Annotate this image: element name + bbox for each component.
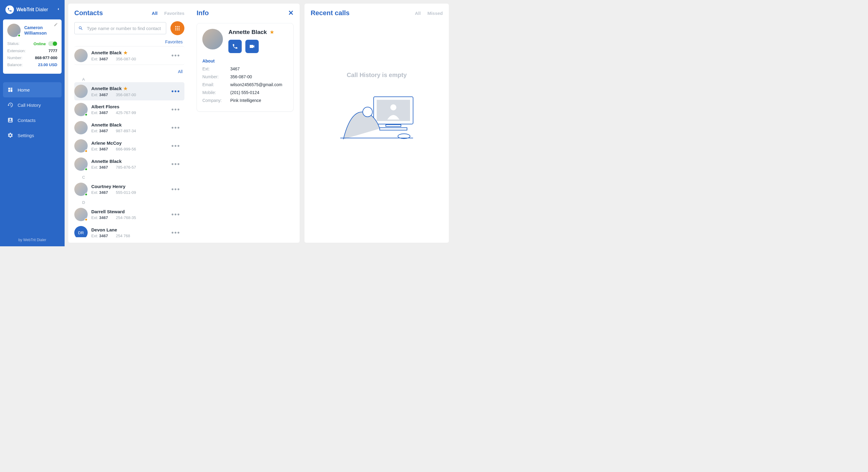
status-toggle[interactable] xyxy=(48,41,57,46)
status-label: Status: xyxy=(7,41,20,46)
nav-home-label: Home xyxy=(18,87,30,93)
status-value: Online xyxy=(34,41,46,46)
contact-item[interactable]: Darrell Steward Ext: 3467254-768-35 ••• xyxy=(74,206,184,224)
contact-avatar xyxy=(74,157,88,171)
nav-settings[interactable]: Settings xyxy=(3,128,62,143)
contact-avatar xyxy=(74,183,88,196)
tab-recent-missed[interactable]: Missed xyxy=(427,11,443,16)
svg-point-1 xyxy=(177,26,178,27)
svg-rect-13 xyxy=(380,128,407,130)
contact-avatar xyxy=(74,208,88,221)
info-company: Pink Intelligence xyxy=(230,98,261,103)
extension-label: Extension: xyxy=(7,49,26,53)
more-icon[interactable]: ••• xyxy=(169,211,183,218)
contact-item-favorite[interactable]: Annette Black★ Ext: 3467356-087-00 ••• xyxy=(74,46,184,65)
contacts-icon xyxy=(7,117,13,123)
letter-d: D xyxy=(74,198,184,206)
contact-item[interactable]: Courtney Henry Ext: 3467555-011-09 ••• xyxy=(74,180,184,198)
empty-state-illustration xyxy=(337,91,416,144)
gear-icon xyxy=(7,132,13,138)
balance-value: 23.00 USD xyxy=(38,62,57,67)
tab-contacts-favorites[interactable]: Favorites xyxy=(164,11,184,16)
tab-contacts-all[interactable]: All xyxy=(152,11,157,16)
nav-contacts-label: Contacts xyxy=(18,118,35,123)
search-icon xyxy=(78,26,83,31)
extension-value: 7777 xyxy=(49,49,57,53)
phone-icon xyxy=(232,43,238,50)
profile-name: CameronWilliamson xyxy=(24,25,47,36)
edit-profile-icon[interactable] xyxy=(54,23,58,28)
sidebar-collapse-icon[interactable] xyxy=(56,7,60,12)
svg-point-4 xyxy=(177,28,178,29)
all-section-label: All xyxy=(74,69,184,74)
info-contact-name: Annette Black ★ xyxy=(228,29,288,35)
number-value: 868-977-000 xyxy=(35,56,57,60)
balance-label: Balance: xyxy=(7,62,23,67)
info-mobile: (201) 555-0124 xyxy=(230,90,259,95)
svg-point-2 xyxy=(179,26,180,27)
video-icon xyxy=(249,43,255,50)
empty-state-text: Call History is empty xyxy=(347,71,407,78)
more-icon[interactable]: ••• xyxy=(169,124,183,132)
svg-point-0 xyxy=(175,26,177,27)
search-input[interactable] xyxy=(87,26,162,31)
more-icon[interactable]: ••• xyxy=(169,185,183,193)
history-icon xyxy=(7,102,13,108)
star-icon[interactable]: ★ xyxy=(270,29,274,35)
profile-card: CameronWilliamson Status: Online Extensi… xyxy=(3,20,62,74)
svg-point-8 xyxy=(179,29,180,31)
more-icon[interactable]: ••• xyxy=(169,229,183,237)
more-icon[interactable]: ••• xyxy=(169,52,183,59)
svg-point-7 xyxy=(177,29,178,31)
svg-point-14 xyxy=(363,107,372,117)
nav-settings-label: Settings xyxy=(18,133,34,138)
info-number: 356-087-00 xyxy=(230,74,252,79)
contact-avatar xyxy=(74,103,88,116)
footer-credit: by WebTrit Dialer xyxy=(0,238,65,246)
close-icon[interactable]: ✕ xyxy=(288,10,293,17)
more-icon[interactable]: ••• xyxy=(169,87,183,95)
dialpad-button[interactable] xyxy=(170,21,184,35)
video-call-button[interactable] xyxy=(245,40,259,53)
profile-avatar xyxy=(7,24,21,37)
app-logo-icon xyxy=(5,5,14,14)
info-email: wilson2456575@gmail.com xyxy=(230,82,282,87)
contact-avatar xyxy=(74,139,88,153)
svg-rect-12 xyxy=(386,125,401,126)
info-avatar xyxy=(202,29,223,50)
more-icon[interactable]: ••• xyxy=(169,160,183,168)
info-title: Info xyxy=(196,9,209,17)
svg-point-3 xyxy=(175,28,177,29)
search-box[interactable] xyxy=(74,22,166,34)
contact-item[interactable]: DR Devon Lane Ext: 3467254 768 ••• xyxy=(74,224,184,237)
letter-a: A xyxy=(74,75,184,82)
recent-title: Recent calls xyxy=(311,9,349,17)
more-icon[interactable]: ••• xyxy=(169,142,183,150)
info-card: Annette Black ★ About xyxy=(196,23,293,112)
star-icon: ★ xyxy=(123,86,127,91)
contact-item[interactable]: Annette Black Ext: 3467987-897-34 ••• xyxy=(74,119,184,137)
app-title: WebTrit Dialer xyxy=(17,7,48,12)
svg-point-11 xyxy=(390,104,396,111)
svg-point-5 xyxy=(179,28,180,29)
letter-c: C xyxy=(74,173,184,180)
contact-item[interactable]: Annette Black Ext: 3467785-876-57 ••• xyxy=(74,155,184,173)
number-label: Number: xyxy=(7,56,23,60)
nav-home[interactable]: Home xyxy=(3,82,62,97)
more-icon[interactable]: ••• xyxy=(169,105,183,114)
contact-avatar xyxy=(74,85,88,98)
favorites-section-label: Favorites xyxy=(74,39,184,44)
contact-item[interactable]: Arlene McCoy Ext: 3467666-999-56 ••• xyxy=(74,137,184,155)
contacts-title: Contacts xyxy=(74,9,103,17)
home-icon xyxy=(7,87,13,93)
nav-call-history[interactable]: Call History xyxy=(3,97,62,113)
tab-recent-all[interactable]: All xyxy=(415,11,421,16)
contact-item[interactable]: Albert Flores Ext: 3467425-767-99 ••• xyxy=(74,100,184,119)
about-label: About xyxy=(202,59,288,63)
nav-contacts[interactable]: Contacts xyxy=(3,113,62,128)
contact-avatar xyxy=(74,121,88,134)
contact-avatar: DR xyxy=(74,226,88,237)
contact-avatar xyxy=(74,49,88,62)
call-button[interactable] xyxy=(228,40,242,53)
contact-item[interactable]: Annette Black★ Ext: 3467356-087-00 ••• xyxy=(74,82,184,100)
